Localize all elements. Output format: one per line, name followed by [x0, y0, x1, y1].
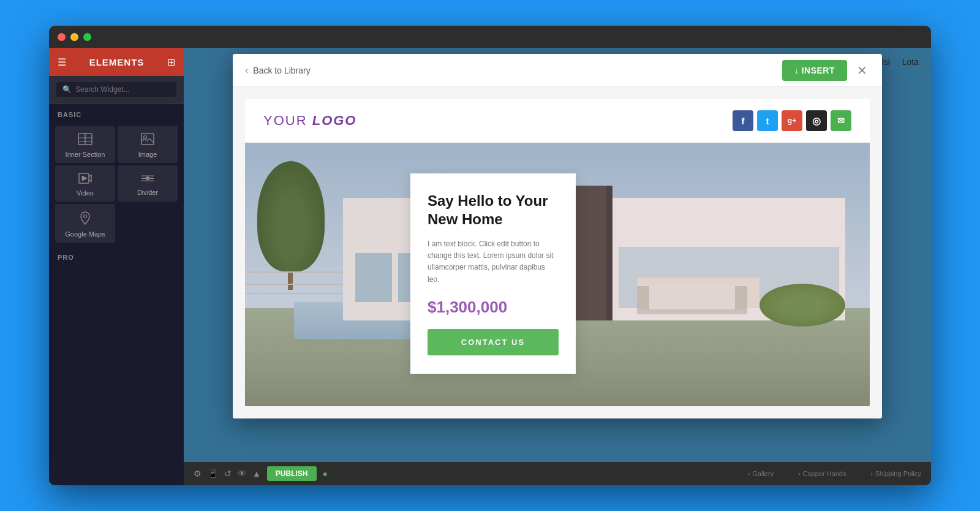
insert-button[interactable]: ↓ INSERT [782, 60, 847, 81]
image-icon [141, 133, 154, 147]
image-label: Image [138, 151, 157, 158]
chevron-right-icon-1: › [748, 471, 750, 477]
logo-bold-text: LOGO [312, 113, 357, 128]
svg-point-11 [146, 176, 149, 180]
email-icon[interactable]: ✉ [831, 110, 851, 131]
footer-links: › Gallery › Copper Hands › Shipping Poli… [748, 470, 921, 477]
search-wrapper[interactable]: 🔍 [56, 82, 176, 97]
grid-icon[interactable]: ⊞ [167, 56, 175, 68]
sidebar-title: ELEMENTS [89, 57, 145, 67]
facebook-icon[interactable]: f [733, 110, 753, 131]
divider-label: Divider [137, 189, 158, 196]
divider-icon [141, 173, 154, 185]
instagram-icon[interactable]: ◎ [806, 110, 827, 131]
content-card: Say Hello to Your New Home I am text blo… [410, 173, 576, 374]
responsive-icon[interactable]: 📱 [208, 469, 218, 479]
twitter-icon[interactable]: t [757, 110, 778, 131]
sidebar-items: Inner Section Image [49, 122, 184, 246]
video-icon [78, 173, 92, 186]
svg-point-12 [84, 215, 87, 218]
footer-link-gallery: › Gallery [748, 470, 774, 477]
hero-section: Say Hello to Your New Home I am text blo… [245, 143, 870, 406]
settings-icon[interactable]: ⚙ [194, 469, 202, 479]
preview-area: YOUR LOGO f t g+ ◎ ✉ [233, 87, 882, 418]
mac-window: ☰ ELEMENTS ⊞ 🔍 BASIC [49, 26, 931, 485]
svg-marker-7 [82, 176, 87, 181]
arrow-icon[interactable]: ▲ [252, 469, 261, 479]
mac-close-button[interactable] [58, 33, 66, 41]
search-input[interactable] [75, 85, 170, 94]
logo-normal-text: YOUR [263, 113, 312, 128]
modal-overlay: ‹ Back to Library ↓ INSERT ✕ [184, 48, 931, 485]
sidebar-header: ☰ ELEMENTS ⊞ [49, 48, 184, 76]
back-to-library-button[interactable]: ‹ Back to Library [245, 65, 311, 76]
card-description: I am text block. Click edit button to ch… [428, 238, 559, 286]
google-plus-icon[interactable]: g+ [782, 110, 802, 131]
section-label-pro: PRO [49, 246, 184, 265]
history-icon[interactable]: ↺ [224, 469, 232, 479]
close-button[interactable]: ✕ [854, 63, 870, 78]
sidebar-item-inner-section[interactable]: Inner Section [55, 126, 115, 163]
app-body: ☰ ELEMENTS ⊞ 🔍 BASIC [49, 48, 931, 485]
social-icons: f t g+ ◎ ✉ [733, 110, 851, 131]
back-arrow-icon: ‹ [245, 65, 248, 76]
sidebar-item-divider[interactable]: Divider [118, 165, 178, 202]
google-maps-icon [80, 211, 91, 227]
modal-actions: ↓ INSERT ✕ [782, 60, 870, 81]
sidebar: ☰ ELEMENTS ⊞ 🔍 BASIC [49, 48, 184, 485]
svg-point-5 [144, 136, 147, 139]
modal-header: ‹ Back to Library ↓ INSERT ✕ [233, 54, 882, 87]
section-label-basic: BASIC [49, 104, 184, 122]
publish-status-icon: ● [323, 469, 328, 479]
back-to-library-label: Back to Library [253, 66, 310, 75]
modal: ‹ Back to Library ↓ INSERT ✕ [233, 54, 882, 418]
contact-us-button[interactable]: CONTACT US [428, 329, 559, 355]
sidebar-item-video[interactable]: Video [55, 165, 115, 202]
chevron-right-icon-3: › [870, 471, 872, 477]
search-icon: 🔍 [62, 85, 72, 94]
logo: YOUR LOGO [263, 113, 356, 129]
sidebar-search: 🔍 [49, 76, 184, 104]
sidebar-item-google-maps[interactable]: Google Maps [55, 204, 115, 243]
publish-button[interactable]: PUBLISH [267, 466, 317, 481]
video-label: Video [77, 189, 94, 197]
main-content: Kalsi Lota ‹ Back to Library ↓ INSERT ✕ [184, 48, 931, 485]
chevron-right-icon-2: › [798, 471, 800, 477]
inner-section-icon [78, 133, 92, 147]
google-maps-label: Google Maps [65, 230, 105, 238]
mac-maximize-button[interactable] [83, 33, 91, 41]
mac-titlebar [49, 26, 931, 48]
bottom-bar: ⚙ 📱 ↺ 👁 ▲ PUBLISH ● › Gallery › Copper H… [184, 462, 931, 485]
mac-minimize-button[interactable] [70, 33, 78, 41]
template-preview: YOUR LOGO f t g+ ◎ ✉ [245, 99, 870, 406]
preview-icon[interactable]: 👁 [238, 469, 246, 479]
footer-link-copper: › Copper Hands [798, 470, 846, 477]
svg-rect-4 [141, 134, 154, 145]
card-price: $1,300,000 [428, 298, 559, 317]
logo-bar: YOUR LOGO f t g+ ◎ ✉ [245, 99, 870, 143]
footer-link-shipping: › Shipping Policy [870, 470, 921, 477]
inner-section-label: Inner Section [66, 151, 105, 158]
card-title: Say Hello to Your New Home [428, 192, 559, 229]
sidebar-item-image[interactable]: Image [118, 126, 178, 163]
hamburger-icon[interactable]: ☰ [58, 56, 66, 68]
